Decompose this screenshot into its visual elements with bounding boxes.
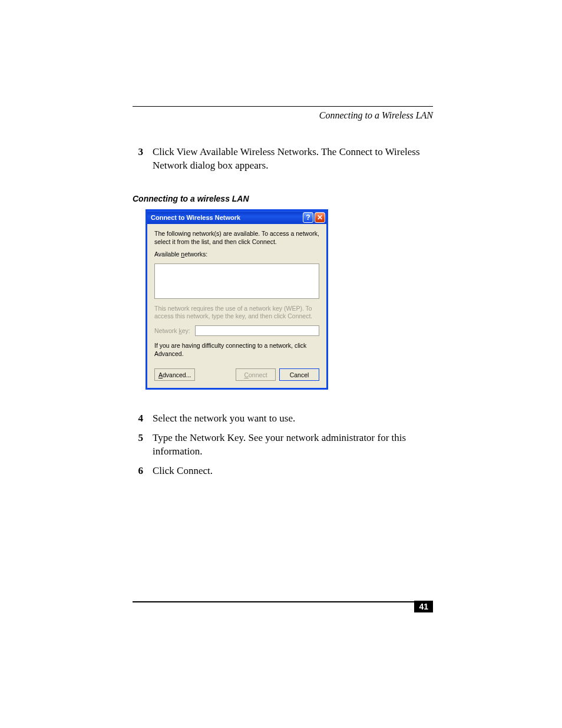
step-number: 6 <box>133 465 143 478</box>
wep-requirement-text: This network requires the use of a netwo… <box>154 305 319 321</box>
step-text: Type the Network Key. See your network a… <box>153 431 433 459</box>
page-number: 41 <box>414 601 433 612</box>
step-number: 3 <box>133 146 143 173</box>
step-text: Click View Available Wireless Networks. … <box>153 146 433 173</box>
available-networks-label: Available networks: <box>154 251 319 259</box>
dialog-intro-text: The following network(s) are available. … <box>154 230 319 246</box>
close-button[interactable]: ✕ <box>315 212 325 223</box>
step-item: 6 Click Connect. <box>133 465 433 478</box>
step-item: 4 Select the network you want to use. <box>133 412 433 426</box>
advanced-hint-text: If you are having difficulty connecting … <box>154 342 319 358</box>
close-icon: ✕ <box>317 213 323 222</box>
help-icon: ? <box>306 213 310 222</box>
available-networks-listbox[interactable] <box>154 263 319 299</box>
header-rule <box>133 106 433 107</box>
running-header: Connecting to a Wireless LAN <box>133 110 433 121</box>
dialog-window: Connect to Wireless Network ? ✕ The foll… <box>146 209 328 390</box>
footer-rule <box>133 601 433 602</box>
page-footer: 41 <box>133 601 433 602</box>
step-item: 5 Type the Network Key. See your network… <box>133 431 433 459</box>
network-key-label: Network key: <box>154 327 190 334</box>
dialog-title: Connect to Wireless Network <box>151 214 302 221</box>
step-text: Click Connect. <box>153 465 433 478</box>
connect-button[interactable]: Connect <box>236 368 276 381</box>
network-key-input[interactable] <box>195 325 319 336</box>
advanced-button[interactable]: Advanced... <box>154 368 195 381</box>
dialog-body: The following network(s) are available. … <box>147 224 326 388</box>
figure-caption: Connecting to a wireless LAN <box>133 194 433 203</box>
step-item: 3 Click View Available Wireless Networks… <box>133 146 433 173</box>
help-button[interactable]: ? <box>303 212 313 223</box>
step-number: 4 <box>133 412 143 426</box>
dialog-button-row: Advanced... Connect Cancel <box>154 368 319 381</box>
cancel-button[interactable]: Cancel <box>279 368 319 381</box>
step-number: 5 <box>133 431 143 459</box>
step-text: Select the network you want to use. <box>153 412 433 426</box>
network-key-row: Network key: <box>154 325 319 336</box>
page-content: Connecting to a Wireless LAN 3 Click Vie… <box>133 106 433 484</box>
dialog-titlebar[interactable]: Connect to Wireless Network ? ✕ <box>147 211 326 224</box>
